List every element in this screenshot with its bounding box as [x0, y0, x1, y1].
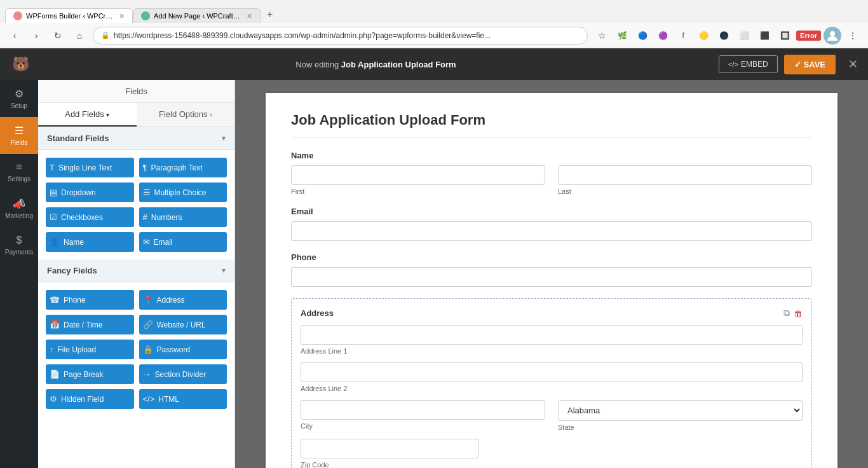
address-line1-group: Address Line 1 [301, 325, 803, 355]
field-btn-name[interactable]: 👤 Name [46, 232, 134, 252]
ext2-icon[interactable]: 🔵 [634, 27, 651, 45]
tab-favicon-wpforms [13, 11, 22, 20]
address-line2-group: Address Line 2 [301, 362, 803, 392]
address-line2-input[interactable] [301, 362, 803, 382]
ext5-icon[interactable]: 🟡 [695, 27, 712, 45]
embed-code-icon: </> [728, 60, 738, 68]
field-btn-file-upload[interactable]: ↑ File Upload [46, 340, 134, 359]
profile-button[interactable] [824, 27, 841, 45]
name-field-row: First Last [291, 165, 812, 195]
address-actions: ⧉ 🗑 [783, 308, 803, 319]
field-btn-single-line-text[interactable]: T Single Line Text [46, 158, 134, 177]
ext7-icon[interactable]: ⬜ [735, 27, 753, 45]
sidebar-item-marketing[interactable]: 📣 Marketing [0, 190, 38, 227]
field-btn-address[interactable]: 📍 Address [139, 290, 227, 310]
zoom-icon[interactable]: 🔲 [776, 27, 794, 45]
address-city-label: City [301, 422, 545, 430]
field-btn-paragraph-text[interactable]: ¶ Paragraph Text [139, 158, 227, 177]
field-options-arrow: › [210, 111, 212, 118]
embed-button[interactable]: </> EMBED [719, 55, 778, 73]
file-upload-icon: ↑ [50, 345, 54, 354]
fancy-fields-label: Fancy Fields [47, 266, 97, 275]
address-city-input[interactable] [301, 400, 545, 420]
paragraph-text-icon: ¶ [143, 163, 147, 172]
standard-fields-chevron: ▾ [222, 134, 226, 142]
address-zip-label: Zip Code [301, 461, 803, 468]
field-btn-website-url[interactable]: 🔗 Website / URL [139, 315, 227, 334]
ssl-icon: 🔒 [101, 31, 110, 39]
field-btn-dropdown[interactable]: ▤ Dropdown [46, 182, 134, 202]
form-canvas: Job Application Upload Form Name First L… [266, 93, 837, 468]
sidebar-item-fields[interactable]: ☰ Fields [0, 117, 38, 154]
name-last-input[interactable] [558, 165, 812, 185]
new-tab-button[interactable]: + [261, 6, 279, 23]
extensions-icon[interactable]: 🌿 [613, 27, 631, 45]
name-first-input[interactable] [291, 165, 545, 185]
payments-icon: $ [17, 235, 22, 246]
field-btn-email[interactable]: ✉ Email [139, 232, 227, 252]
address-icon: 📍 [143, 295, 153, 305]
field-btn-section-divider[interactable]: → Section Divider [139, 364, 227, 384]
address-zip-input[interactable] [301, 439, 478, 458]
address-state-select[interactable]: Alabama [558, 400, 803, 421]
setup-icon: ⚙ [15, 88, 24, 100]
add-fields-arrow: ▾ [106, 111, 109, 118]
multiple-choice-icon: ☰ [143, 188, 151, 197]
tab-add-fields[interactable]: Add Fields ▾ [38, 103, 137, 127]
tab-title-wpforms: WPForms Builder ‹ WPCrafter — [26, 12, 115, 20]
address-field-label: Address [301, 308, 334, 318]
svg-point-0 [830, 31, 835, 36]
field-btn-html[interactable]: </> HTML [139, 389, 227, 409]
tab-addpage[interactable]: Add New Page ‹ WPCrafter — W ✕ [133, 8, 261, 23]
form-field-email: Email [291, 207, 812, 241]
sidebar-item-settings[interactable]: ≡ Settings [0, 154, 38, 190]
save-button[interactable]: ✓ SAVE [784, 55, 836, 74]
checkboxes-icon: ☑ [50, 212, 57, 222]
ext3-icon[interactable]: 🟣 [654, 27, 672, 45]
address-bar[interactable]: 🔒 https://wordpress-156488-889399.cloudw… [93, 27, 588, 45]
forward-button[interactable]: › [28, 27, 44, 44]
ext6-icon[interactable]: 🌑 [715, 27, 733, 45]
address-zip-group: Zip Code [301, 439, 803, 468]
tab-close-wpforms[interactable]: ✕ [119, 12, 125, 20]
section-divider-icon: → [143, 369, 151, 379]
tab-field-options[interactable]: Field Options › [137, 103, 235, 127]
home-button[interactable]: ⌂ [71, 27, 88, 44]
browser-tabs: WPForms Builder ‹ WPCrafter — ✕ Add New … [0, 0, 868, 23]
tab-close-addpage[interactable]: ✕ [247, 12, 252, 20]
field-btn-numbers[interactable]: # Numbers [139, 207, 227, 227]
standard-fields-header[interactable]: Standard Fields ▾ [38, 127, 234, 150]
tab-wpforms[interactable]: WPForms Builder ‹ WPCrafter — ✕ [5, 8, 133, 23]
address-delete-button[interactable]: 🗑 [794, 308, 803, 319]
field-btn-date-time[interactable]: 📅 Date / Time [46, 315, 134, 334]
field-btn-password[interactable]: 🔒 Password [139, 340, 227, 359]
email-input[interactable] [291, 221, 812, 241]
field-btn-multiple-choice[interactable]: ☰ Multiple Choice [139, 182, 227, 202]
tab-title-addpage: Add New Page ‹ WPCrafter — W [154, 12, 243, 20]
phone-input[interactable] [291, 267, 812, 287]
back-button[interactable]: ‹ [6, 27, 23, 44]
field-btn-hidden-field[interactable]: ⚙ Hidden Field [46, 389, 134, 409]
marketing-icon: 📣 [13, 198, 25, 210]
field-btn-checkboxes[interactable]: ☑ Checkboxes [46, 207, 134, 227]
fancy-fields-header[interactable]: Fancy Fields ▾ [38, 259, 234, 282]
reload-button[interactable]: ↻ [50, 27, 66, 44]
tab-favicon-addpage [141, 11, 150, 20]
form-field-name: Name First Last [291, 151, 812, 195]
sidebar-item-setup[interactable]: ⚙ Setup [0, 80, 38, 117]
settings-icon: ≡ [16, 162, 22, 173]
menu-button[interactable]: ⋮ [844, 27, 862, 45]
close-button[interactable]: ✕ [846, 55, 860, 74]
browser-toolbar-icons: ☆ 🌿 🔵 🟣 f 🟡 🌑 ⬜ ⬛ 🔲 Error ⋮ [593, 27, 862, 45]
address-copy-button[interactable]: ⧉ [783, 308, 790, 319]
field-btn-page-break[interactable]: 📄 Page Break [46, 364, 134, 384]
website-url-icon: 🔗 [143, 320, 153, 329]
screenshot-icon[interactable]: ⬛ [756, 27, 773, 45]
field-btn-phone[interactable]: ☎ Phone [46, 290, 134, 310]
password-icon: 🔒 [143, 345, 153, 354]
ext4-icon[interactable]: f [674, 27, 692, 45]
address-line1-input[interactable] [301, 325, 803, 345]
sidebar-item-payments[interactable]: $ Payments [0, 227, 38, 263]
bookmarks-icon[interactable]: ☆ [593, 27, 611, 45]
numbers-icon: # [143, 212, 147, 222]
